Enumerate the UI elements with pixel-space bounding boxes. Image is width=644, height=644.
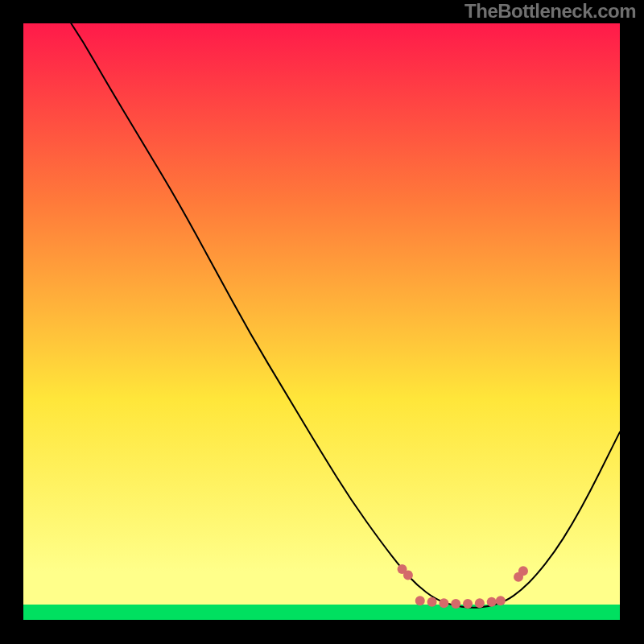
svg-point-12 bbox=[518, 566, 528, 576]
chart-plot-area bbox=[23, 23, 620, 620]
svg-point-9 bbox=[487, 597, 497, 607]
svg-point-4 bbox=[427, 597, 437, 607]
svg-point-5 bbox=[439, 598, 448, 608]
svg-point-6 bbox=[451, 599, 460, 609]
svg-point-2 bbox=[403, 570, 413, 580]
svg-point-8 bbox=[475, 598, 485, 608]
svg-point-3 bbox=[415, 596, 425, 605]
chart-svg bbox=[23, 23, 620, 620]
svg-rect-0 bbox=[23, 23, 620, 620]
svg-point-10 bbox=[496, 596, 506, 605]
watermark-text: TheBottleneck.com bbox=[464, 0, 636, 23]
chart-container: TheBottleneck.com bbox=[0, 0, 644, 644]
svg-point-7 bbox=[463, 599, 473, 609]
